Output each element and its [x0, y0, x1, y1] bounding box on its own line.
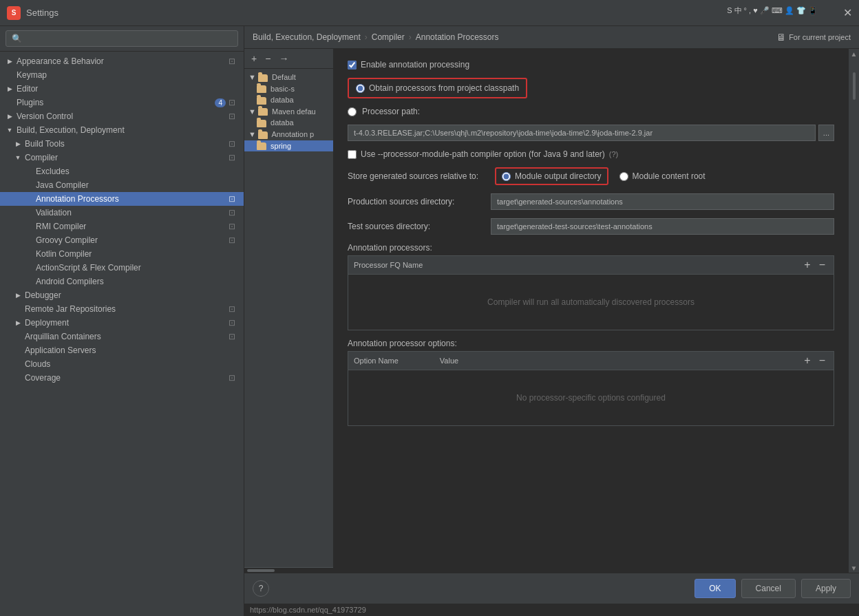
sidebar-item-clouds[interactable]: ▶ Clouds	[0, 357, 244, 371]
config-tree-databa[interactable]: databa	[244, 94, 333, 106]
sidebar-item-label: Build Tools	[25, 139, 226, 149]
sidebar-item-label: Plugins	[17, 98, 212, 107]
arrow-icon: ▶	[14, 140, 22, 148]
processor-path-radio[interactable]	[348, 107, 357, 116]
sidebar-item-version-control[interactable]: ▶ Version Control ⊡	[0, 109, 244, 123]
remove-processor-button[interactable]: −	[816, 259, 828, 271]
breadcrumb-item-1: Build, Execution, Deployment	[253, 32, 361, 42]
module-content-radio[interactable]	[619, 172, 628, 181]
split-area: + − → ▼ Default basic-s	[244, 49, 859, 573]
title-bar: S Settings S 中 ° , ♥ 🎤 ⌨ 👤 👕 📱 ✕	[0, 0, 859, 26]
sidebar-item-label: ActionScript & Flex Compiler	[36, 263, 238, 273]
sidebar-tree: ▶ Appearance & Behavior ⊡ ▶ Keymap ▶ Edi…	[0, 52, 244, 616]
sidebar-item-app-servers[interactable]: ▶ Application Servers	[0, 343, 244, 357]
config-tree-default[interactable]: ▼ Default	[244, 72, 333, 83]
arrow-icon: ▼	[248, 130, 258, 138]
config-tree-label: Annotation p	[271, 130, 314, 138]
obtain-processors-label: Obtain processors from project classpath	[369, 83, 519, 93]
config-tree-spring[interactable]: spring	[244, 140, 333, 152]
page-icon: ⊡	[229, 98, 238, 107]
cancel-button[interactable]: Cancel	[741, 579, 796, 598]
obtain-processors-radio[interactable]	[356, 84, 365, 93]
page-icon: ⊡	[229, 235, 238, 245]
module-content-label: Module content root	[633, 171, 706, 181]
module-output-label: Module output directory	[515, 171, 601, 181]
sidebar-item-android-compilers[interactable]: ▶ Android Compilers	[0, 275, 244, 288]
add-processor-button[interactable]: +	[801, 259, 813, 271]
obtain-processors-row: Obtain processors from project classpath	[348, 78, 834, 98]
sidebar-item-label: Android Compilers	[36, 277, 238, 286]
sidebar-item-excludes[interactable]: ▶ Excludes	[0, 164, 244, 178]
sidebar-item-actionscript-compiler[interactable]: ▶ ActionScript & Flex Compiler	[0, 261, 244, 275]
sidebar-item-groovy-compiler[interactable]: ▶ Groovy Compiler ⊡	[0, 233, 244, 247]
processor-path-input[interactable]	[348, 125, 816, 141]
module-output-radio[interactable]	[502, 172, 511, 181]
option-name-column: Option Name	[354, 357, 399, 365]
sidebar-item-rmi-compiler[interactable]: ▶ RMI Compiler ⊡	[0, 220, 244, 233]
config-tree-basic-s[interactable]: basic-s	[244, 83, 333, 95]
add-config-button[interactable]: +	[248, 52, 259, 65]
test-sources-input[interactable]	[491, 218, 834, 235]
search-box	[0, 26, 244, 52]
tree-scrollbar	[244, 567, 333, 573]
config-tree-label: basic-s	[271, 85, 295, 93]
add-option-button[interactable]: +	[801, 354, 813, 367]
bottom-bar: ? OK Cancel Apply	[244, 573, 859, 604]
sidebar-item-remote-jar[interactable]: ▶ Remote Jar Repositories ⊡	[0, 302, 244, 316]
obtain-processors-bordered: Obtain processors from project classpath	[348, 78, 527, 98]
processor-options-table-header: Option Name Value + −	[348, 352, 834, 370]
sidebar-item-label: Annotation Processors	[36, 194, 226, 204]
help-icon: (?)	[609, 150, 618, 158]
sidebar-item-label: Validation	[36, 208, 226, 217]
config-tree-label: Default	[272, 73, 296, 81]
move-right-button[interactable]: →	[276, 52, 291, 65]
browse-button[interactable]: ...	[818, 125, 834, 141]
for-current-project-label: For current project	[789, 33, 851, 41]
page-icon: ⊡	[229, 304, 238, 314]
sidebar-item-appearance[interactable]: ▶ Appearance & Behavior ⊡	[0, 54, 244, 68]
sidebar-item-deployment[interactable]: ▶ Deployment ⊡	[0, 316, 244, 330]
production-sources-input[interactable]	[491, 193, 834, 210]
sidebar-item-validation[interactable]: ▶ Validation ⊡	[0, 206, 244, 220]
page-icon: ⊡	[229, 139, 238, 149]
sidebar-item-keymap[interactable]: ▶ Keymap	[0, 68, 244, 82]
help-button[interactable]: ?	[253, 580, 269, 597]
sidebar-item-compiler[interactable]: ▼ Compiler ⊡	[0, 151, 244, 164]
config-tree-panel: + − → ▼ Default basic-s	[244, 49, 334, 573]
sidebar-item-arquillian[interactable]: ▶ Arquillian Containers ⊡	[0, 330, 244, 343]
folder-icon	[257, 120, 266, 127]
sidebar-item-coverage[interactable]: ▶ Coverage ⊡	[0, 371, 244, 385]
sidebar-item-java-compiler[interactable]: ▶ Java Compiler	[0, 178, 244, 192]
arrow-icon: ▼	[248, 107, 258, 116]
production-sources-row: Production sources directory:	[348, 193, 834, 210]
config-tree-databa2[interactable]: databa	[244, 117, 333, 129]
remove-option-button[interactable]: −	[816, 354, 828, 367]
sidebar-item-build-tools[interactable]: ▶ Build Tools ⊡	[0, 137, 244, 151]
sidebar-item-annotation-processors[interactable]: ▶ Annotation Processors ⊡	[0, 192, 244, 206]
sidebar-item-editor[interactable]: ▶ Editor	[0, 82, 244, 96]
enable-annotation-checkbox[interactable]	[348, 61, 357, 70]
close-button[interactable]: ✕	[843, 6, 852, 19]
use-module-path-checkbox[interactable]	[348, 150, 357, 159]
search-input[interactable]	[6, 30, 238, 47]
module-content-group: Module content root	[619, 171, 706, 181]
processor-options-section-label: Annotation processor options:	[348, 339, 834, 348]
remove-config-button[interactable]: −	[262, 52, 273, 65]
sidebar-item-label: Coverage	[25, 373, 226, 383]
config-tree-maven[interactable]: ▼ Maven defau	[244, 106, 333, 118]
breadcrumb-sep-1: ›	[365, 32, 368, 42]
sidebar-item-debugger[interactable]: ▶ Debugger	[0, 288, 244, 302]
use-module-path-checkbox-wrapper: Use --processor-module-path compiler opt…	[348, 149, 618, 159]
scroll-down-arrow[interactable]: ▼	[849, 563, 859, 573]
sidebar-item-kotlin-compiler[interactable]: ▶ Kotlin Compiler	[0, 247, 244, 261]
scroll-up-arrow[interactable]: ▲	[849, 49, 859, 59]
folder-icon	[258, 108, 268, 116]
apply-button[interactable]: Apply	[801, 579, 851, 598]
processor-options-empty-text: No processor-specific options configured	[516, 393, 666, 403]
config-tree-annotation[interactable]: ▼ Annotation p	[244, 129, 333, 140]
sidebar-item-build[interactable]: ▼ Build, Execution, Deployment	[0, 123, 244, 137]
ok-button[interactable]: OK	[694, 579, 735, 598]
path-input-row: ...	[348, 125, 834, 141]
sidebar-item-plugins[interactable]: ▶ Plugins 4 ⊡	[0, 96, 244, 109]
sidebar-item-label: Arquillian Containers	[25, 332, 226, 341]
